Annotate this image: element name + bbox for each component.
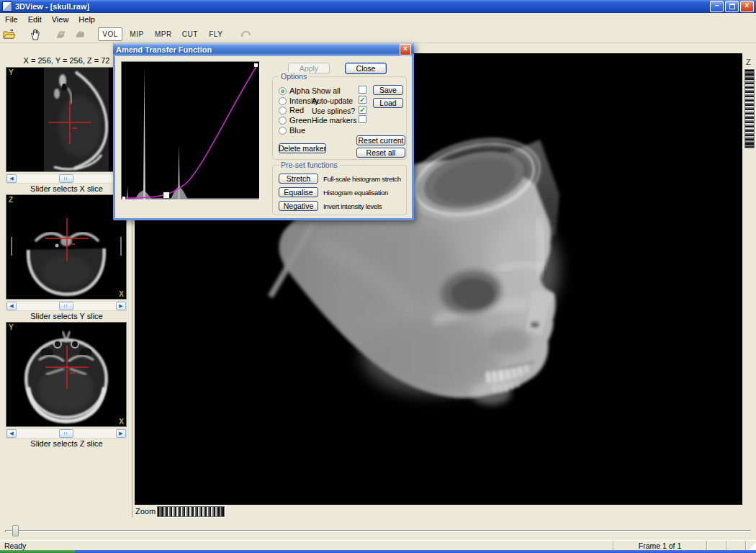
x-slice-caption: Slider selects X slice <box>1 184 132 193</box>
slider-right-arrow[interactable]: ▶ <box>116 302 126 310</box>
reset-all-button[interactable]: Reset all <box>356 148 405 158</box>
trackbar-groove <box>5 530 751 532</box>
status-cell <box>707 541 726 551</box>
start-button[interactable] <box>0 550 75 553</box>
undo-button-disabled <box>238 27 253 42</box>
statusbar: Ready Frame 1 of 1 <box>0 540 756 551</box>
axis-label-tl: Y <box>9 323 14 331</box>
stretch-description: Full-scale histogram stretch <box>323 175 401 183</box>
frame-trackbar[interactable] <box>2 523 754 538</box>
reset-current-button[interactable]: Reset current <box>356 135 405 145</box>
curve-marker[interactable] <box>254 63 258 67</box>
radio-blue[interactable]: Blue <box>279 126 305 135</box>
z-rotation-thumbwheel[interactable] <box>744 69 755 148</box>
menu-edit[interactable]: Edit <box>23 14 47 25</box>
preset-group-label: Pre-set functions <box>279 161 340 169</box>
checkbox-label-auto-update: Auto-update <box>312 96 353 105</box>
radio-dot[interactable] <box>279 127 287 135</box>
slider-thumb[interactable] <box>59 429 73 438</box>
delete-marker-button[interactable]: Delete marker <box>279 143 326 153</box>
radio-green[interactable]: Green <box>279 116 312 125</box>
printer-button-disabled <box>53 27 69 42</box>
mode-mip-button[interactable]: MIP <box>125 27 148 42</box>
titlebar[interactable]: 3DView - [skull.raw] – × <box>0 0 756 13</box>
radio-red[interactable]: Red <box>279 106 304 114</box>
histogram-plot[interactable] <box>122 62 259 199</box>
slider-left-arrow[interactable]: ◀ <box>6 302 17 310</box>
cursor-coordinates: X = 256, Y = 256, Z = 72 <box>1 56 132 65</box>
y-slice-image[interactable] <box>6 195 126 299</box>
radio-label: Red <box>289 106 304 114</box>
open-file-button[interactable] <box>1 27 17 42</box>
zoom-thumbwheel[interactable] <box>157 506 225 517</box>
toolbar: VOL MIP MPR CUT FLY <box>0 26 756 43</box>
negative-button[interactable]: Negative <box>279 201 318 211</box>
close-button[interactable]: × <box>740 1 754 12</box>
mode-cut-button[interactable]: CUT <box>179 27 202 42</box>
options-group: Options Alpha Intensity Red Green <box>272 76 407 160</box>
restore-icon <box>729 4 735 9</box>
x-slice-view[interactable]: Y Z <box>6 67 127 172</box>
slider-thumb[interactable] <box>59 302 73 310</box>
mode-vol-button[interactable]: VOL <box>98 27 122 41</box>
radio-dot[interactable] <box>279 117 287 125</box>
radio-dot[interactable] <box>279 87 287 95</box>
status-cell <box>726 541 746 551</box>
undo-arrow-icon <box>240 30 251 39</box>
x-slice-slider[interactable]: ◀ ▶ <box>6 174 127 184</box>
axis-label-tl: Y <box>9 68 14 76</box>
resize-grip[interactable] <box>746 541 756 551</box>
curve-marker-selected[interactable] <box>163 192 169 198</box>
radio-label: Blue <box>289 126 305 135</box>
close-dialog-button[interactable]: Close <box>345 63 387 74</box>
dialog-close-icon[interactable]: × <box>400 44 411 55</box>
slider-thumb[interactable] <box>59 174 73 183</box>
trackbar-thumb[interactable] <box>12 525 19 536</box>
transfer-function-histogram[interactable] <box>121 61 260 200</box>
menu-file[interactable]: File <box>0 14 23 25</box>
app-icon <box>2 1 12 12</box>
radio-alpha[interactable]: Alpha <box>279 86 310 95</box>
checkbox-hide-markers[interactable]: ✓ <box>359 115 366 123</box>
curve-marker[interactable] <box>122 197 125 199</box>
slider-track[interactable] <box>17 429 116 438</box>
z-slice-slider[interactable]: ◀ ▶ <box>6 428 127 439</box>
checkbox-label-hide-markers: Hide markers <box>312 116 356 125</box>
z-slice-image[interactable] <box>6 323 126 426</box>
radio-dot[interactable] <box>279 97 287 105</box>
dialog-titlebar[interactable]: Amend Transfer Function × <box>113 43 414 56</box>
mode-mpr-button[interactable]: MPR <box>151 27 176 42</box>
stretch-button[interactable]: Stretch <box>279 174 318 184</box>
restore-button[interactable] <box>725 1 739 12</box>
axis-label-br: X <box>119 418 124 426</box>
zoom-label: Zoom <box>135 507 156 516</box>
z-slice-caption: Slider selects Z slice <box>1 439 132 448</box>
slider-left-arrow[interactable]: ◀ <box>6 174 17 183</box>
y-slice-slider[interactable]: ◀ ▶ <box>6 301 127 311</box>
mode-fly-button[interactable]: FLY <box>204 27 228 42</box>
windows-taskbar[interactable] <box>0 550 756 553</box>
dialog-title: Amend Transfer Function <box>116 45 400 54</box>
checkbox-label-show-all: Show all <box>312 86 341 95</box>
load-button[interactable]: Load <box>373 98 403 108</box>
slider-track[interactable] <box>17 302 116 310</box>
y-slice-caption: Slider selects Y slice <box>1 312 132 320</box>
slider-right-arrow[interactable]: ▶ <box>116 429 126 438</box>
minimize-button[interactable]: – <box>710 1 724 12</box>
equalise-button[interactable]: Equalise <box>279 187 318 197</box>
checkbox-auto-update[interactable]: ✓ <box>359 96 366 104</box>
menu-view[interactable]: View <box>47 14 74 25</box>
application-window: 3DView - [skull.raw] – × File Edit View … <box>0 0 756 553</box>
slider-track[interactable] <box>17 174 116 183</box>
pan-tool-button[interactable] <box>27 27 43 42</box>
menu-help[interactable]: Help <box>73 14 100 25</box>
radio-dot[interactable] <box>279 107 287 114</box>
x-slice-image[interactable] <box>6 68 126 171</box>
save-button[interactable]: Save <box>373 85 403 95</box>
radio-label: Alpha <box>289 86 310 95</box>
y-slice-view[interactable]: Z X <box>6 194 127 300</box>
checkbox-use-splines[interactable]: ✓ <box>359 106 366 114</box>
checkbox-show-all[interactable]: ✓ <box>359 86 366 94</box>
z-slice-view[interactable]: Y X <box>6 322 127 427</box>
slider-left-arrow[interactable]: ◀ <box>6 429 17 438</box>
